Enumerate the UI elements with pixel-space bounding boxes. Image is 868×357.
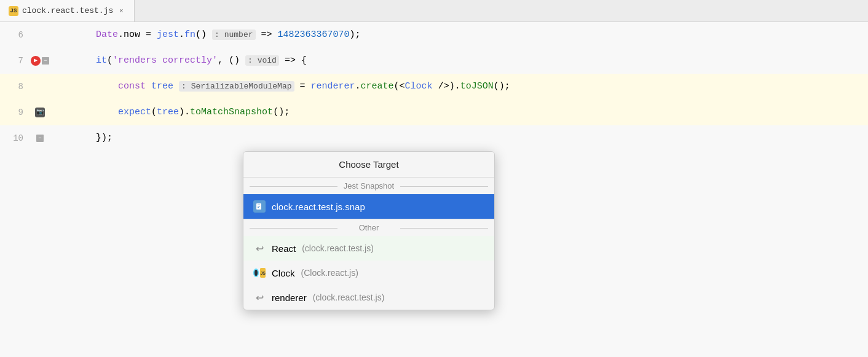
active-tab[interactable]: JS clock.react.test.js × — [0, 0, 135, 22]
code-editor: 6 Date.now = jest.fn() : number => 14823… — [0, 22, 868, 357]
snap-file-icon — [253, 200, 266, 213]
renderer-item-sub: (clock.react.test.js) — [313, 292, 385, 302]
choose-target-popup: Choose Target Jest Snapshot clock.react.… — [243, 151, 495, 310]
tab-filename: clock.react.test.js — [22, 6, 113, 15]
popup-item-react[interactable]: ↩ React (clock.react.test.js) — [243, 236, 494, 261]
react-item-sub: (clock.react.test.js) — [302, 243, 374, 253]
code-line-10: 10 − }); — [0, 125, 868, 151]
clock-js-icon: JS — [253, 267, 266, 279]
clock-item-label: Clock — [272, 268, 295, 278]
clock-item-sub: (Clock.react.js) — [301, 268, 358, 278]
nav-react-icon: ↩ — [253, 242, 266, 254]
tab-bar: JS clock.react.test.js × — [0, 0, 868, 22]
section-label-jest-snapshot: Jest Snapshot — [243, 178, 494, 194]
svg-rect-3 — [258, 207, 259, 208]
snap-item-label: clock.react.test.js.snap — [272, 202, 365, 212]
collapse-button-10[interactable]: − — [36, 135, 44, 142]
gutter-7[interactable]: ▶ − — [31, 56, 49, 66]
line-number-6: 6 — [0, 22, 31, 48]
svg-rect-2 — [258, 206, 260, 206]
popup-item-snap[interactable]: clock.react.test.js.snap — [243, 194, 494, 219]
tab-close-button[interactable]: × — [117, 7, 125, 15]
line-number-7: 7 — [0, 48, 31, 74]
tab-file-icon: JS — [9, 6, 18, 16]
collapse-button-7[interactable]: − — [42, 57, 49, 65]
section-label-other: Other — [243, 219, 494, 236]
popup-item-renderer[interactable]: ↩ renderer (clock.react.test.js) — [243, 285, 494, 310]
line-number-10: 10 — [0, 125, 31, 151]
line-number-9: 9 — [0, 100, 31, 125]
svg-rect-1 — [258, 205, 260, 205]
camera-icon[interactable]: 📷 — [35, 108, 45, 117]
gutter-10[interactable]: − — [31, 135, 49, 142]
react-item-label: React — [272, 243, 296, 254]
popup-item-clock[interactable]: JS Clock (Clock.react.js) — [243, 261, 494, 285]
breakpoint-icon[interactable]: ▶ — [31, 56, 41, 66]
popup-title: Choose Target — [243, 152, 494, 178]
gutter-9[interactable]: 📷 — [31, 108, 49, 117]
renderer-item-label: renderer — [272, 292, 307, 303]
nav-renderer-icon: ↩ — [253, 291, 266, 304]
line-number-8: 8 — [0, 74, 31, 100]
